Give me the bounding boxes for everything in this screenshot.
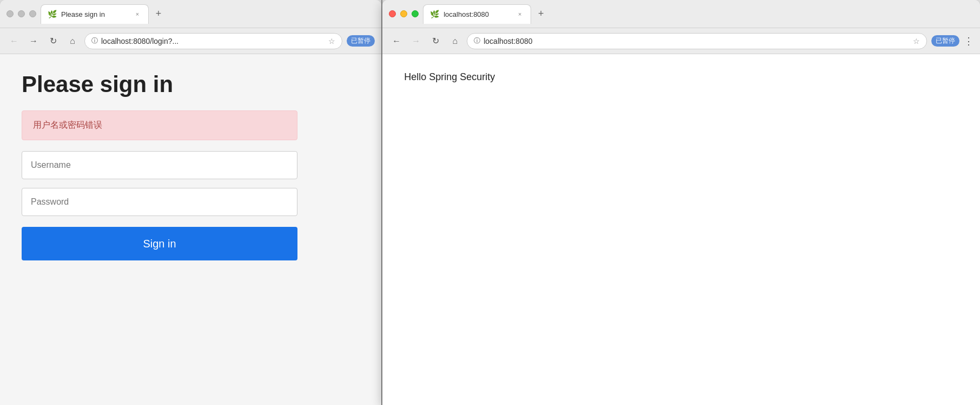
left-address-input-wrap[interactable]: ⓘ localhost:8080/login?... ☆ (84, 33, 342, 49)
error-box: 用户名或密码错误 (22, 110, 297, 140)
right-maximize-button[interactable] (412, 10, 419, 17)
login-title: Please sign in (22, 71, 360, 97)
right-page-content: Hello Spring Security (382, 54, 980, 405)
right-badge: 已暂停 (931, 35, 959, 47)
right-menu-icon[interactable]: ⋮ (964, 35, 974, 47)
hello-spring-security-text: Hello Spring Security (404, 71, 958, 83)
right-lock-icon: ⓘ (474, 36, 480, 45)
right-browser-window: 🌿 localhost:8080 × + ← → ↻ ⌂ ⓘ localhost… (382, 0, 980, 405)
right-traffic-lights (389, 10, 419, 17)
left-reload-button[interactable]: ↻ (45, 34, 61, 49)
right-address-bar: ← → ↻ ⌂ ⓘ localhost:8080 ☆ 已暂停 ⋮ (382, 28, 980, 54)
right-star-icon[interactable]: ☆ (913, 37, 920, 45)
left-tab-title: Please sign in (61, 10, 129, 18)
left-title-bar: 🌿 Please sign in × + (0, 0, 381, 28)
right-tab-favicon: 🌿 (430, 10, 439, 18)
right-forward-button[interactable]: → (408, 34, 423, 49)
minimize-button-inactive[interactable] (18, 10, 25, 17)
right-url-text: localhost:8080 (484, 37, 910, 45)
error-message: 用户名或密码错误 (33, 120, 102, 129)
left-tab-close[interactable]: × (133, 10, 142, 18)
left-forward-button[interactable]: → (26, 34, 41, 49)
right-home-button[interactable]: ⌂ (447, 34, 462, 49)
left-active-tab[interactable]: 🌿 Please sign in × (41, 4, 149, 24)
right-minimize-button[interactable] (400, 10, 407, 17)
username-input[interactable] (22, 151, 297, 179)
close-button-inactive[interactable] (6, 10, 14, 17)
password-input[interactable] (22, 188, 297, 216)
left-star-icon[interactable]: ☆ (328, 37, 335, 45)
right-address-input-wrap[interactable]: ⓘ localhost:8080 ☆ (467, 33, 927, 49)
right-reload-button[interactable]: ↻ (428, 34, 443, 49)
right-new-tab-button[interactable]: + (533, 6, 548, 22)
left-back-button[interactable]: ← (6, 34, 22, 49)
left-address-bar: ← → ↻ ⌂ ⓘ localhost:8080/login?... ☆ 已暂停 (0, 28, 381, 54)
left-url-text: localhost:8080/login?... (101, 37, 325, 45)
left-badge: 已暂停 (347, 35, 375, 47)
right-tab-title: localhost:8080 (443, 10, 511, 18)
left-browser-window: 🌿 Please sign in × + ← → ↻ ⌂ ⓘ localhost… (0, 0, 381, 405)
right-tab-close[interactable]: × (515, 10, 524, 18)
left-tabs-row: 🌿 Please sign in × + (41, 4, 375, 24)
sign-in-button[interactable]: Sign in (22, 227, 297, 260)
username-group (22, 151, 360, 179)
maximize-button-inactive[interactable] (29, 10, 36, 17)
left-home-button[interactable]: ⌂ (65, 34, 80, 49)
password-group (22, 188, 360, 216)
right-back-button[interactable]: ← (389, 34, 404, 49)
left-tab-favicon: 🌿 (48, 10, 57, 18)
left-new-tab-button[interactable]: + (151, 6, 166, 22)
right-active-tab[interactable]: 🌿 localhost:8080 × (423, 4, 531, 24)
right-close-button[interactable] (389, 10, 396, 17)
left-traffic-lights (6, 10, 36, 17)
left-lock-icon: ⓘ (91, 36, 98, 45)
left-page-content: Please sign in 用户名或密码错误 Sign in (0, 54, 381, 405)
right-title-bar: 🌿 localhost:8080 × + (382, 0, 980, 28)
right-tabs-row: 🌿 localhost:8080 × + (423, 4, 974, 24)
